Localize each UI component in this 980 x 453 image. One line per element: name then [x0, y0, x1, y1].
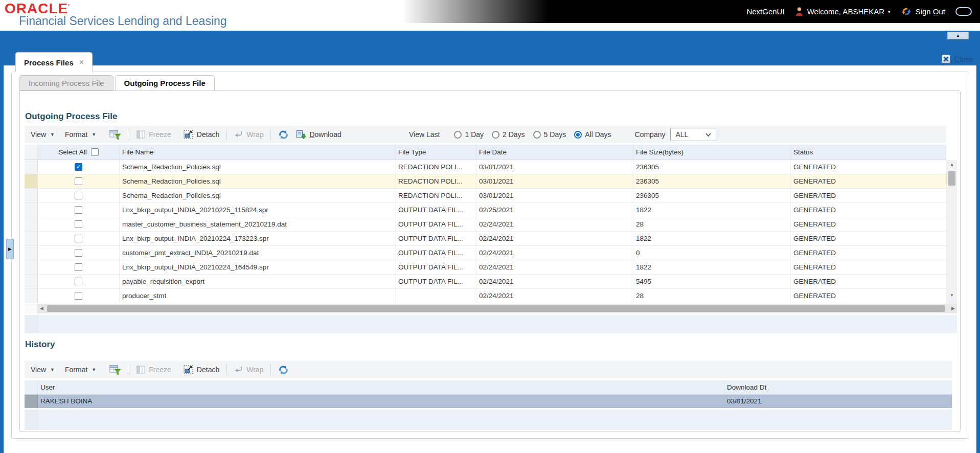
file-size-cell: 236305	[633, 189, 791, 202]
freeze-button[interactable]: Freeze	[136, 366, 171, 374]
row-checkbox[interactable]: ✓	[75, 163, 82, 171]
file-size-cell: 236305	[633, 174, 791, 188]
scroll-down-icon[interactable]: ▼	[947, 293, 957, 298]
file-type-cell: OUTPUT DATA FIL...	[396, 203, 476, 217]
checkbox-cell	[38, 246, 120, 260]
scroll-right-icon[interactable]: ▶	[951, 304, 955, 313]
file-name-cell: Lnx_bkrp_output_INDIA_20210224_164549.sp…	[120, 260, 396, 274]
file-name-cell: Lnx_bkrp_output_INDIA_20210224_173223.sp…	[120, 232, 396, 245]
horizontal-scroll-thumb[interactable]	[47, 305, 945, 312]
col-file-name[interactable]: File Name	[120, 145, 396, 160]
close-x-icon	[941, 54, 951, 64]
app-header: NextGenUI Welcome, ABSHEKAR ▾ Sign Out O…	[0, 0, 980, 31]
row-selector	[25, 275, 38, 288]
subtab-incoming-process-file[interactable]: Incoming Process File	[19, 75, 113, 90]
filter-table-icon	[109, 129, 122, 140]
select-all-header: Select All	[38, 145, 120, 160]
table-row[interactable]: customer_pmt_extract_INDIA_20210219.datO…	[25, 246, 946, 260]
radio-icon[interactable]	[454, 131, 462, 139]
table-row[interactable]: Schema_Redaction_Policies.sqlREDACTION P…	[25, 189, 946, 203]
company-select[interactable]: ALL	[670, 128, 716, 141]
close-button[interactable]: Close	[941, 54, 973, 64]
file-type-cell: OUTPUT DATA FIL...	[396, 232, 476, 245]
view-menu[interactable]: View▼	[31, 366, 55, 374]
status-cell: GENERATED	[791, 174, 946, 188]
row-checkbox[interactable]	[75, 177, 82, 185]
file-date-cell: 02/24/2021	[476, 275, 633, 288]
table-row[interactable]: Schema_Redaction_Policies.sqlREDACTION P…	[25, 174, 946, 189]
table-row[interactable]: Lnx_bkrp_output_INDIA_20210224_164549.sp…	[25, 260, 946, 275]
table-row[interactable]: producer_stmt02/24/202128GENERATED	[25, 289, 946, 303]
row-checkbox[interactable]	[75, 220, 82, 228]
view-menu[interactable]: View▼	[31, 130, 55, 139]
status-cell: GENERATED	[791, 246, 946, 260]
col-download-dt[interactable]: Download Dt	[724, 380, 952, 394]
wrap-button[interactable]: Wrap	[234, 366, 263, 374]
view-last-filters: View Last 1 Day2 Days5 DaysAll Days Comp…	[409, 126, 716, 143]
wrap-button[interactable]: Wrap	[234, 130, 263, 139]
history-row[interactable]: RAKESH BOINA 03/01/2021	[25, 395, 952, 408]
tab-close-icon[interactable]: ×	[79, 58, 84, 66]
col-file-size[interactable]: File Size(bytes)	[633, 145, 791, 160]
col-status[interactable]: Status	[791, 145, 946, 160]
checkbox-cell	[38, 289, 120, 303]
download-button[interactable]: Download	[296, 130, 341, 140]
col-user[interactable]: User	[38, 380, 724, 394]
tab-process-files[interactable]: Process Files ×	[15, 52, 93, 72]
format-menu[interactable]: Format▼	[65, 366, 96, 374]
query-by-example-button[interactable]	[109, 129, 122, 140]
view-last-radios: 1 Day2 Days5 DaysAll Days	[454, 130, 619, 139]
radio-all-days[interactable]: All Days	[574, 130, 611, 139]
session-indicator-icon	[955, 7, 972, 16]
nextgen-link[interactable]: NextGenUI	[746, 7, 784, 16]
col-file-type[interactable]: File Type	[396, 145, 476, 160]
row-checkbox[interactable]	[75, 249, 82, 257]
outgoing-table: Select All File Name File Type File Date…	[25, 145, 946, 303]
table-row[interactable]: Lnx_bkrp_output_INDIA_20210225_115824.sp…	[25, 203, 946, 217]
row-selector-header	[25, 145, 38, 160]
file-size-cell: 5495	[633, 275, 791, 288]
status-cell: GENERATED	[791, 217, 946, 231]
radio-1-day[interactable]: 1 Day	[454, 130, 484, 139]
radio-5-days[interactable]: 5 Days	[533, 130, 566, 139]
radio-icon[interactable]	[574, 131, 582, 139]
row-checkbox[interactable]	[75, 292, 82, 300]
table-row[interactable]: payable_requisition_exportOUTPUT DATA FI…	[25, 275, 946, 289]
status-cell: GENERATED	[791, 232, 946, 245]
table-row[interactable]: master_customer_business_statement_20210…	[25, 217, 946, 232]
radio-icon[interactable]	[492, 131, 499, 139]
welcome-menu[interactable]: Welcome, ABSHEKAR ▾	[795, 7, 891, 16]
refresh-button[interactable]	[278, 130, 289, 140]
sidebar-expand-handle[interactable]: ▶	[6, 239, 14, 259]
col-file-date[interactable]: File Date	[476, 145, 633, 160]
detach-button[interactable]: Detach	[184, 365, 219, 374]
radio-icon[interactable]	[533, 131, 541, 139]
horizontal-scrollbar[interactable]: ◀ ▶	[25, 304, 957, 313]
file-size-cell: 28	[633, 217, 791, 231]
scroll-left-icon[interactable]: ◀	[40, 304, 43, 313]
vertical-scroll-thumb[interactable]	[948, 171, 955, 186]
row-checkbox[interactable]	[75, 278, 82, 285]
vertical-scrollbar[interactable]: ▲ ▼	[946, 160, 957, 300]
row-checkbox[interactable]	[75, 206, 82, 214]
radio-label: 5 Days	[544, 130, 566, 139]
sign-out-button[interactable]: Sign Out	[901, 7, 945, 16]
table-row[interactable]: ✓Schema_Redaction_Policies.sqlREDACTION …	[25, 160, 946, 174]
subtab-outgoing-process-file[interactable]: Outgoing Process File	[115, 75, 215, 91]
table-row[interactable]: Lnx_bkrp_output_INDIA_20210224_173223.sp…	[25, 232, 946, 246]
scroll-up-icon[interactable]: ▲	[947, 162, 957, 167]
collapse-panel-button[interactable]: ▲	[947, 32, 969, 39]
format-menu[interactable]: Format▼	[65, 130, 96, 139]
file-type-cell: OUTPUT DATA FIL...	[396, 246, 476, 260]
row-checkbox[interactable]	[75, 263, 82, 271]
select-all-checkbox[interactable]	[91, 148, 99, 156]
freeze-button[interactable]: Freeze	[136, 130, 171, 139]
row-checkbox[interactable]	[75, 235, 82, 242]
chevron-down-icon: ▾	[888, 9, 891, 14]
detach-button[interactable]: Detach	[184, 130, 219, 139]
row-checkbox[interactable]	[75, 192, 82, 199]
status-cell: GENERATED	[791, 275, 946, 288]
refresh-button[interactable]	[278, 365, 289, 375]
query-by-example-button[interactable]	[109, 365, 122, 375]
radio-2-days[interactable]: 2 Days	[492, 130, 525, 139]
